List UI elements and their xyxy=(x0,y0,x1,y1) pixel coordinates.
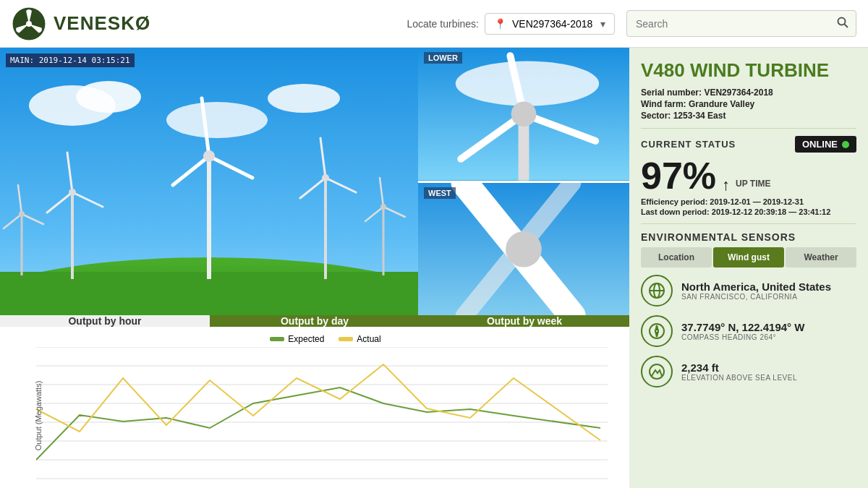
upper-camera: LOWER xyxy=(418,48,629,183)
svg-rect-48 xyxy=(339,337,353,341)
logo-area: VENESKØ xyxy=(12,7,150,41)
uptime-label: UP TIME xyxy=(736,179,770,194)
sensor-tab-windgust[interactable]: Wind gust xyxy=(713,247,784,267)
tab-output-hour[interactable]: Output by hour xyxy=(0,315,210,327)
chart-container: Expected Actual Output (Megawatts) xyxy=(0,327,629,488)
svg-rect-47 xyxy=(270,337,284,341)
chart-svg: 3.50 3.00 2.50 2.00 1.50 1.00 0.50 0.00 xyxy=(36,347,608,481)
svg-point-15 xyxy=(203,150,215,162)
main-camera: MAIN: 2019-12-14 03:15:21 xyxy=(0,48,418,315)
lastdown-row: Last down period: 2019-12-12 20:39:18 — … xyxy=(641,207,856,216)
search-button[interactable] xyxy=(830,11,856,36)
online-badge: ONLINE xyxy=(795,136,856,153)
search-icon xyxy=(837,17,848,28)
uptime-row: 97% ↑ UP TIME xyxy=(641,157,856,194)
left-panel: MAIN: 2019-12-14 03:15:21 xyxy=(0,48,629,488)
turbine-title: V480 WIND TURBINE xyxy=(641,59,856,82)
lower-cam-image xyxy=(418,183,629,316)
y-axis-label: Output (Megawatts) xyxy=(34,380,43,450)
logo-text: VENESKØ xyxy=(54,12,150,35)
compass-icon xyxy=(641,315,673,347)
svg-point-35 xyxy=(380,204,386,210)
uptime-percentage: 97% xyxy=(641,157,716,194)
upper-cam-label: LOWER xyxy=(424,52,462,64)
svg-point-1 xyxy=(26,21,32,27)
svg-point-8 xyxy=(268,84,340,113)
svg-line-3 xyxy=(845,25,848,28)
uptime-arrow-icon: ↑ xyxy=(722,176,730,194)
online-label: ONLINE xyxy=(802,139,838,150)
logo-icon xyxy=(12,7,46,41)
right-panel: V480 WIND TURBINE Serial number: VEN2973… xyxy=(629,48,868,488)
sensor-tabs: Location Wind gust Weather xyxy=(641,247,856,267)
online-indicator xyxy=(842,141,849,148)
chevron-down-icon: ▾ xyxy=(600,18,605,30)
svg-point-30 xyxy=(19,211,25,217)
pin-icon: 📍 xyxy=(494,18,506,30)
sensor-tab-weather[interactable]: Weather xyxy=(786,247,856,267)
chart-tabs: Output by hour Output by day Output by w… xyxy=(0,315,629,327)
main-cam-image xyxy=(0,48,418,315)
coords-text: 37.7749° N, 122.4194° W COMPASS HEADING … xyxy=(681,321,804,341)
search-input[interactable] xyxy=(627,12,830,35)
svg-point-25 xyxy=(322,174,329,181)
camera-area: MAIN: 2019-12-14 03:15:21 xyxy=(0,48,629,315)
turbine-id: VEN297364-2018 xyxy=(512,18,592,30)
header: VENESKØ Locate turbines: 📍 VEN297364-201… xyxy=(0,0,868,48)
tab-output-day[interactable]: Output by day xyxy=(210,315,420,327)
lower-cam-label: WEST xyxy=(424,187,456,199)
sensor-item-elevation: 2,234 ft ELEVATION ABOVE SEA LEVEL xyxy=(641,356,856,388)
env-sensors-title: ENVIRONMENTAL SENSORS xyxy=(641,231,856,243)
actual-color-swatch xyxy=(339,335,353,343)
locate-label: Locate turbines: xyxy=(407,18,479,30)
elevation-text: 2,234 ft ELEVATION ABOVE SEA LEVEL xyxy=(681,361,797,382)
svg-point-42 xyxy=(511,101,537,127)
mountain-icon xyxy=(641,356,673,388)
svg-point-83 xyxy=(655,330,658,333)
svg-point-6 xyxy=(76,81,141,113)
svg-point-7 xyxy=(166,102,268,138)
sensor-item-coords: 37.7749° N, 122.4194° W COMPASS HEADING … xyxy=(641,315,856,347)
svg-point-2 xyxy=(838,18,846,25)
efficiency-row: Efficiency period: 2019-12-01 — 2019-12-… xyxy=(641,197,856,206)
main: MAIN: 2019-12-14 03:15:21 xyxy=(0,48,868,488)
status-header: CURRENT STATUS ONLINE xyxy=(641,136,856,153)
lower-camera: WEST xyxy=(418,183,629,316)
legend-expected-label: Expected xyxy=(288,334,324,344)
serial-row: Serial number: VEN297364-2018 xyxy=(641,87,856,98)
legend-actual: Actual xyxy=(339,334,380,344)
turbine-select[interactable]: 📍 VEN297364-2018 ▾ xyxy=(485,13,615,35)
main-cam-label: MAIN: 2019-12-14 03:15:21 xyxy=(6,53,135,67)
legend-expected: Expected xyxy=(270,334,324,344)
tab-output-week[interactable]: Output by week xyxy=(420,315,629,327)
globe-icon xyxy=(641,275,673,307)
svg-point-46 xyxy=(506,231,542,267)
legend-actual-label: Actual xyxy=(357,334,380,344)
side-cameras: LOWER xyxy=(418,48,629,315)
search-box xyxy=(626,10,856,37)
upper-cam-image xyxy=(418,48,629,181)
status-title: CURRENT STATUS xyxy=(641,139,736,150)
svg-point-20 xyxy=(69,189,76,196)
svg-point-37 xyxy=(456,61,599,106)
chart-legend: Expected Actual xyxy=(36,334,615,344)
sector-row: Sector: 1253-34 East xyxy=(641,111,856,121)
location-text: North America, United States SAN FRANCIS… xyxy=(681,281,831,301)
windfarm-row: Wind farm: Grandure Valley xyxy=(641,99,856,109)
chart-svg-wrap: Output (Megawatts) 3.50 3.00 2.50 2.00 xyxy=(36,347,615,484)
expected-color-swatch xyxy=(270,335,284,343)
sensor-tab-location[interactable]: Location xyxy=(641,247,712,267)
sensor-item-location: North America, United States SAN FRANCIS… xyxy=(641,275,856,307)
